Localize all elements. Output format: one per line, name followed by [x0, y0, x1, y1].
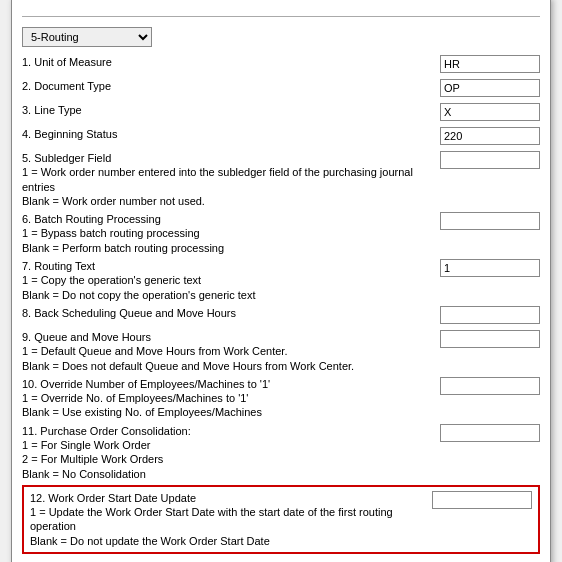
back-scheduling-input[interactable]: [440, 306, 540, 324]
input-line-type: [440, 103, 540, 121]
field-row-beginning-status: 4. Beginning Status: [22, 127, 540, 147]
fields-content: 1. Unit of Measure 2. Document Type 3. L…: [12, 55, 550, 562]
input-work-order-start-date: [432, 491, 532, 509]
field-row-override-number: 10. Override Number of Employees/Machine…: [22, 377, 540, 420]
label-queue-move: 9. Queue and Move Hours1 = Default Queue…: [22, 330, 440, 373]
override-number-input[interactable]: [440, 377, 540, 395]
input-subledger: [440, 151, 540, 169]
routing-select[interactable]: 5-Routing: [22, 27, 152, 47]
unit-of-measure-input[interactable]: [440, 55, 540, 73]
input-unit-of-measure: [440, 55, 540, 73]
input-beginning-status: [440, 127, 540, 145]
label-subledger: 5. Subledger Field1 = Work order number …: [22, 151, 440, 208]
queue-move-input[interactable]: [440, 330, 540, 348]
field-row-line-type: 3. Line Type: [22, 103, 540, 123]
input-queue-move: [440, 330, 540, 348]
label-batch-routing: 6. Batch Routing Processing1 = Bypass ba…: [22, 212, 440, 255]
label-line-type: 3. Line Type: [22, 103, 440, 117]
field-row-back-scheduling: 8. Back Scheduling Queue and Move Hours: [22, 306, 540, 326]
label-work-order-start-date: 12. Work Order Start Date Update1 = Upda…: [30, 491, 432, 548]
field-row-unit-of-measure: 1. Unit of Measure: [22, 55, 540, 75]
field-row-work-order-start-date: 12. Work Order Start Date Update1 = Upda…: [30, 491, 532, 548]
po-consolidation-input[interactable]: [440, 424, 540, 442]
label-override-number: 10. Override Number of Employees/Machine…: [22, 377, 440, 420]
label-routing-text: 7. Routing Text1 = Copy the operation's …: [22, 259, 440, 302]
routing-text-input[interactable]: [440, 259, 540, 277]
input-po-consolidation: [440, 424, 540, 442]
batch-routing-input[interactable]: [440, 212, 540, 230]
label-beginning-status: 4. Beginning Status: [22, 127, 440, 141]
document-type-input[interactable]: [440, 79, 540, 97]
label-unit-of-measure: 1. Unit of Measure: [22, 55, 440, 69]
field-row-po-consolidation: 11. Purchase Order Consolidation:1 = For…: [22, 424, 540, 481]
dialog-title: [12, 0, 550, 10]
input-routing-text: [440, 259, 540, 277]
line-type-input[interactable]: [440, 103, 540, 121]
input-back-scheduling: [440, 306, 540, 324]
input-document-type: [440, 79, 540, 97]
field-row-queue-move: 9. Queue and Move Hours1 = Default Queue…: [22, 330, 540, 373]
label-back-scheduling: 8. Back Scheduling Queue and Move Hours: [22, 306, 440, 320]
field-row-batch-routing: 6. Batch Routing Processing1 = Bypass ba…: [22, 212, 540, 255]
input-batch-routing: [440, 212, 540, 230]
field-row-routing-text: 7. Routing Text1 = Copy the operation's …: [22, 259, 540, 302]
work-order-start-date-input[interactable]: [432, 491, 532, 509]
field-row-document-type: 2. Document Type: [22, 79, 540, 99]
label-po-consolidation: 11. Purchase Order Consolidation:1 = For…: [22, 424, 440, 481]
processing-options-dialog: 5-Routing 1. Unit of Measure 2. Document…: [11, 0, 551, 562]
input-override-number: [440, 377, 540, 395]
subledger-input[interactable]: [440, 151, 540, 169]
field-row-subledger: 5. Subledger Field1 = Work order number …: [22, 151, 540, 208]
routing-dropdown-row: 5-Routing: [12, 23, 550, 55]
label-document-type: 2. Document Type: [22, 79, 440, 93]
beginning-status-input[interactable]: [440, 127, 540, 145]
highlighted-field-section: 12. Work Order Start Date Update1 = Upda…: [22, 485, 540, 554]
divider: [22, 16, 540, 17]
